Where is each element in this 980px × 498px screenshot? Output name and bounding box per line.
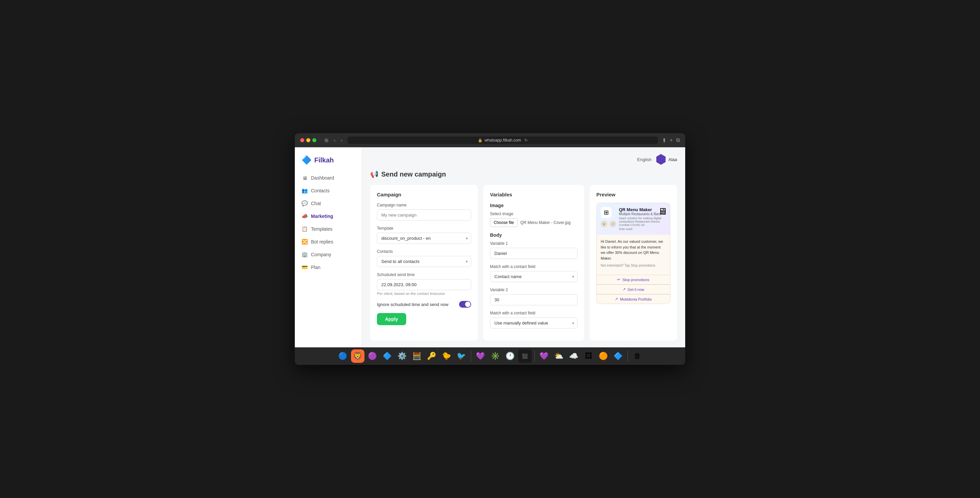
language-selector[interactable]: English xyxy=(637,157,652,162)
dock-terminal[interactable]: ⬛ xyxy=(518,349,532,363)
dock-perplexity[interactable]: ✳️ xyxy=(488,349,502,363)
refresh-icon[interactable]: ↻ xyxy=(524,138,528,143)
dock-icloud[interactable]: ☁️ xyxy=(567,349,581,363)
plan-icon: 💳 xyxy=(302,264,308,270)
new-tab-icon[interactable]: + xyxy=(670,137,673,144)
campaign-name-label: Campaign name xyxy=(377,203,471,208)
template-select-wrapper: discount_on_product - en xyxy=(377,233,471,244)
forward-button[interactable]: › xyxy=(340,137,344,144)
contacts-group: Contacts Send to all contacts xyxy=(377,249,471,267)
dock-postman[interactable]: 🟠 xyxy=(597,349,610,363)
dock-viber[interactable]: 💜 xyxy=(474,349,487,363)
match-field1-select-wrapper: Contact name xyxy=(490,271,578,282)
marketing-icon: 📣 xyxy=(302,213,308,219)
address-bar[interactable]: 🔒 whatsapp.filkah.com ↻ xyxy=(348,136,658,144)
tab-grid-icon[interactable]: ⊞ xyxy=(323,137,330,144)
template-group: Template discount_on_product - en xyxy=(377,226,471,244)
ignore-scheduled-label: Ignore schuduled time and send now xyxy=(377,302,448,307)
back-button[interactable]: ‹ xyxy=(332,137,337,144)
ignore-scheduled-row: Ignore schuduled time and send now xyxy=(377,301,471,308)
sidebar-item-bot-replies[interactable]: 🔀 Bot replies xyxy=(295,235,362,248)
variable1-input[interactable] xyxy=(490,248,578,259)
scheduled-input[interactable] xyxy=(377,279,471,290)
choose-file-button[interactable]: Choose file xyxy=(490,218,518,227)
dashboard-icon: 🖥 xyxy=(302,175,308,181)
image-section-title: Image xyxy=(490,203,578,208)
preview-card: ⊞ ♥ ↗ QR Menu Maker Multiple Restaurants… xyxy=(597,203,670,304)
dock: 🔵 🦁 🟣 🔷 ⚙️ 🧮 🔑 🐤 🐦 💜 ✳️ 🕐 ⬛ 💜 ⛅ ☁️ 🖼 🟠 🔷… xyxy=(295,347,685,365)
contacts-select[interactable]: Send to all contacts xyxy=(377,256,471,267)
close-button[interactable] xyxy=(300,138,304,142)
match-field1-select[interactable]: Contact name xyxy=(490,271,578,282)
get-it-now-label: Get it now xyxy=(628,287,644,292)
get-icon: ↗ xyxy=(623,287,625,292)
preview-panel: Preview ⊞ ♥ ↗ Q xyxy=(590,185,677,341)
dock-viber2[interactable]: 💜 xyxy=(538,349,551,363)
sidebar-item-dashboard[interactable]: 🖥 Dashboard xyxy=(295,171,362,184)
get-it-now-button[interactable]: ↗ Get it now xyxy=(597,284,670,294)
dock-photos[interactable]: 🖼 xyxy=(582,349,595,363)
timezone-hint: Per client, based on the contact timezon… xyxy=(377,292,471,296)
dock-finder[interactable]: 🔵 xyxy=(336,349,350,363)
dock-calculator[interactable]: 🧮 xyxy=(410,349,424,363)
apply-button[interactable]: Apply xyxy=(377,313,406,325)
browser-actions: ⬆ + ⧉ xyxy=(662,137,680,144)
dock-separator-3 xyxy=(628,351,628,362)
chat-icon: 💬 xyxy=(302,200,308,206)
sidebar-label-dashboard: Dashboard xyxy=(311,175,334,181)
portfolio-button[interactable]: ↗ Mobidonia Portfolio xyxy=(597,294,670,304)
dock-1password[interactable]: 🔑 xyxy=(425,349,439,363)
dock-vscode[interactable]: 🔷 xyxy=(380,349,394,363)
scheduled-label: Schuduled send time xyxy=(377,272,471,277)
share-icon[interactable]: ⬆ xyxy=(662,137,667,144)
sidebar-item-company[interactable]: 🏢 Company xyxy=(295,248,362,261)
sidebar-item-plan[interactable]: 💳 Plan xyxy=(295,261,362,274)
stop-promotions-button[interactable]: ↩ Stop promotions xyxy=(597,275,670,284)
maximize-button[interactable] xyxy=(312,138,317,142)
preview-icon-heart: ♥ xyxy=(601,220,608,227)
dock-clock[interactable]: 🕐 xyxy=(503,349,517,363)
campaign-name-group: Campaign name xyxy=(377,203,471,220)
ignore-scheduled-toggle[interactable] xyxy=(459,301,471,308)
traffic-lights xyxy=(300,138,317,142)
variable2-input[interactable] xyxy=(490,294,578,305)
browser-titlebar: ⊞ ‹ › 🔒 whatsapp.filkah.com ↻ ⬆ + ⧉ xyxy=(295,133,685,147)
sidebar: 🔷 Filkah 🖥 Dashboard 👥 Contacts 💬 Chat 📣… xyxy=(295,147,362,347)
tabs-icon[interactable]: ⧉ xyxy=(676,137,680,144)
campaign-name-input[interactable] xyxy=(377,209,471,220)
portfolio-icon: ↗ xyxy=(615,297,618,301)
qr-menu-icon: ⊞ xyxy=(601,207,611,218)
dock-brave[interactable]: 🦁 xyxy=(351,349,364,363)
dock-settings[interactable]: ⚙️ xyxy=(395,349,409,363)
stop-promotions-label: Stop promotions xyxy=(622,278,649,282)
preview-card-image: ⊞ ♥ ↗ QR Menu Maker Multiple Restaurants… xyxy=(597,203,670,235)
match-field2-select-wrapper: Use manually defined value xyxy=(490,317,578,328)
preview-illustration: 🖥 xyxy=(658,206,667,217)
minimize-button[interactable] xyxy=(306,138,310,142)
dock-weather[interactable]: ⛅ xyxy=(552,349,566,363)
page-header: 📢 Send new campaign xyxy=(370,170,677,178)
match-field2-label: Match with a contact field xyxy=(490,311,578,316)
dock-duck[interactable]: 🐦 xyxy=(455,349,468,363)
select-image-group: Select image Choose file QR Menu Maker -… xyxy=(490,211,578,227)
template-select[interactable]: discount_on_product - en xyxy=(377,233,471,244)
sidebar-item-chat[interactable]: 💬 Chat xyxy=(295,197,362,210)
sidebar-item-templates[interactable]: 📋 Templates xyxy=(295,223,362,235)
variable2-group: Variable 2 xyxy=(490,287,578,305)
body-section-title: Body xyxy=(490,232,578,238)
sidebar-label-marketing: Marketing xyxy=(311,214,333,219)
match-field2-select[interactable]: Use manually defined value xyxy=(490,317,578,328)
preview-icons-row: ♥ ↗ xyxy=(601,220,616,227)
dock-vscode2[interactable]: 🔷 xyxy=(611,349,625,363)
dock-cyberduck[interactable]: 🐤 xyxy=(440,349,453,363)
campaign-panel-title: Campaign xyxy=(377,192,471,197)
dock-launchpad[interactable]: 🟣 xyxy=(366,349,379,363)
templates-icon: 📋 xyxy=(302,226,308,232)
sidebar-item-marketing[interactable]: 📣 Marketing xyxy=(295,210,362,223)
variables-panel-title: Variables xyxy=(490,192,578,197)
sidebar-item-contacts[interactable]: 👥 Contacts xyxy=(295,184,362,197)
portfolio-label: Mobidonia Portfolio xyxy=(620,297,652,301)
sidebar-label-bot: Bot replies xyxy=(311,239,333,244)
preview-icon-share: ↗ xyxy=(609,220,616,227)
dock-trash[interactable]: 🗑 xyxy=(631,349,644,363)
